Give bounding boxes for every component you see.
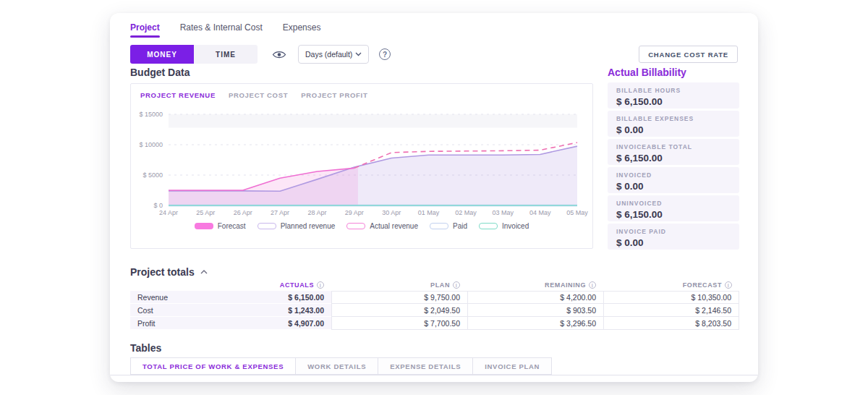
tab-project-label: Project xyxy=(130,22,160,33)
legend-label: Actual revenue xyxy=(370,222,418,230)
help-icon[interactable] xyxy=(379,48,391,60)
tables-title: Tables xyxy=(130,342,161,354)
legend-item-invoiced: Invoiced xyxy=(479,222,529,230)
stat-value: $ 6,150.00 xyxy=(616,153,731,163)
tab-project-revenue[interactable]: PROJECT REVENUE xyxy=(140,91,216,99)
svg-text:02 May: 02 May xyxy=(455,209,477,216)
revenue-actuals: $ 6,150.00 xyxy=(195,291,331,304)
cost-plan: $ 2,049.50 xyxy=(331,304,467,317)
visibility-toggle[interactable] xyxy=(272,49,286,60)
project-totals-title: Project totals xyxy=(130,266,195,278)
stat-label: INVOICED xyxy=(616,171,731,179)
revenue-remaining: $ 4,200.00 xyxy=(467,291,603,304)
granularity-dropdown[interactable]: Days (default) xyxy=(298,45,369,64)
svg-text:$ 10000: $ 10000 xyxy=(139,141,163,148)
stat-label: UNINVOICED xyxy=(616,200,731,207)
empty-header-cell xyxy=(130,279,195,291)
cost-forecast: $ 2,146.50 xyxy=(603,304,739,317)
tab-work-details[interactable]: WORK DETAILS xyxy=(295,357,378,375)
stat-value: $ 6,150.00 xyxy=(616,96,731,107)
svg-text:$ 0: $ 0 xyxy=(153,202,163,209)
tab-project-cost[interactable]: PROJECT COST xyxy=(229,91,288,99)
column-header-actuals: ACTUALS xyxy=(195,279,331,291)
chart-series-tabs: PROJECT REVENUE PROJECT COST PROJECT PRO… xyxy=(140,91,367,99)
project-budget-panel: Project Rates & Internal Cost Expenses M… xyxy=(110,13,758,382)
svg-text:27 Apr: 27 Apr xyxy=(271,209,289,216)
stat-label: BILLABLE HOURS xyxy=(616,87,731,94)
tables-divider xyxy=(110,375,758,375)
tab-expense-details[interactable]: EXPENSE DETAILS xyxy=(378,357,473,375)
budget-data-title: Budget Data xyxy=(130,67,190,78)
money-toggle-button[interactable]: MONEY xyxy=(130,45,194,64)
budget-chart: $ 0$ 5000$ 10000$ 1500024 Apr25 Apr26 Ap… xyxy=(131,102,592,219)
invoice-paid-card: INVOICE PAID $ 0.00 xyxy=(608,224,739,250)
legend-item-actual-revenue: Actual revenue xyxy=(346,222,418,230)
stat-label: BILLABLE EXPENSES xyxy=(616,115,731,122)
chart-legend: Forecast Planned revenue Actual revenue … xyxy=(131,222,592,230)
stat-value: $ 0.00 xyxy=(616,124,731,135)
svg-text:$ 5000: $ 5000 xyxy=(142,171,163,179)
tab-expenses[interactable]: Expenses xyxy=(283,22,321,38)
stat-label: INVOICEABLE TOTAL xyxy=(616,143,731,150)
actual-billability-title: Actual Billability xyxy=(608,67,686,78)
granularity-dropdown-value: Days (default) xyxy=(305,50,355,59)
planned-revenue-swatch xyxy=(258,223,276,229)
info-icon[interactable] xyxy=(317,281,324,289)
svg-text:04 May: 04 May xyxy=(529,209,551,216)
stat-value: $ 0.00 xyxy=(616,181,731,192)
column-header-plan: PLAN xyxy=(331,279,467,291)
legend-label: Invoiced xyxy=(502,222,529,230)
top-nav-tabs: Project Rates & Internal Cost Expenses xyxy=(130,22,320,38)
svg-text:29 Apr: 29 Apr xyxy=(345,209,364,216)
controls-row: MONEY TIME Days (default) CHANGE COST RA… xyxy=(130,45,738,64)
row-label-revenue: Revenue xyxy=(130,291,195,304)
eye-icon xyxy=(272,49,286,60)
info-icon[interactable] xyxy=(725,281,732,289)
time-toggle-button[interactable]: TIME xyxy=(194,45,258,64)
svg-text:30 Apr: 30 Apr xyxy=(382,209,401,216)
actual-revenue-swatch xyxy=(346,223,365,229)
legend-item-planned-revenue: Planned revenue xyxy=(258,222,336,230)
tab-total-price-of-work-expenses[interactable]: TOTAL PRICE OF WORK & EXPENSES xyxy=(130,357,296,375)
svg-text:05 May: 05 May xyxy=(566,209,588,216)
change-cost-rate-button[interactable]: CHANGE COST RATE xyxy=(639,46,738,63)
chevron-down-icon xyxy=(355,52,362,56)
billability-cards: BILLABLE HOURS $ 6,150.00 BILLABLE EXPEN… xyxy=(608,82,739,252)
stat-value: $ 0.00 xyxy=(616,237,731,248)
svg-text:03 May: 03 May xyxy=(493,209,514,216)
info-icon[interactable] xyxy=(589,281,596,289)
legend-label: Forecast xyxy=(218,222,246,230)
profit-forecast: $ 8,203.50 xyxy=(603,317,739,330)
billable-hours-card: BILLABLE HOURS $ 6,150.00 xyxy=(608,82,739,109)
tab-rates-label: Rates & Internal Cost xyxy=(180,22,263,33)
invoiced-card: INVOICED $ 0.00 xyxy=(608,167,739,193)
legend-label: Paid xyxy=(453,222,467,230)
paid-swatch xyxy=(430,223,448,229)
forecast-swatch xyxy=(195,223,213,229)
svg-text:01 May: 01 May xyxy=(418,209,440,216)
tab-invoice-plan[interactable]: INVOICE PLAN xyxy=(472,357,552,375)
svg-text:28 Apr: 28 Apr xyxy=(307,209,326,216)
svg-text:25 Apr: 25 Apr xyxy=(196,209,215,216)
project-totals-header[interactable]: Project totals xyxy=(130,266,208,278)
billable-expenses-card: BILLABLE EXPENSES $ 0.00 xyxy=(608,111,739,137)
budget-chart-card: PROJECT REVENUE PROJECT COST PROJECT PRO… xyxy=(130,83,593,249)
legend-item-paid: Paid xyxy=(430,222,467,230)
stat-label: INVOICE PAID xyxy=(616,228,731,235)
tables-tab-bar: TOTAL PRICE OF WORK & EXPENSES WORK DETA… xyxy=(130,357,552,375)
info-icon[interactable] xyxy=(453,281,460,289)
budget-chart-svg: $ 0$ 5000$ 10000$ 1500024 Apr25 Apr26 Ap… xyxy=(131,102,592,219)
tab-project-profit[interactable]: PROJECT PROFIT xyxy=(301,91,367,99)
legend-label: Planned revenue xyxy=(281,222,336,230)
chevron-up-icon xyxy=(200,270,208,274)
column-header-forecast: FORECAST xyxy=(603,279,739,291)
invoiceable-total-card: INVOICEABLE TOTAL $ 6,150.00 xyxy=(608,139,739,165)
tab-rates-internal-cost[interactable]: Rates & Internal Cost xyxy=(180,22,263,38)
profit-plan: $ 7,700.50 xyxy=(331,317,467,330)
revenue-forecast: $ 10,350.00 xyxy=(603,291,739,304)
row-label-cost: Cost xyxy=(130,304,195,317)
cost-remaining: $ 903.50 xyxy=(467,304,603,317)
uninvoiced-card: UNINVOICED $ 6,150.00 xyxy=(608,195,739,221)
svg-text:$ 15000: $ 15000 xyxy=(139,111,163,118)
tab-project[interactable]: Project xyxy=(130,22,160,38)
